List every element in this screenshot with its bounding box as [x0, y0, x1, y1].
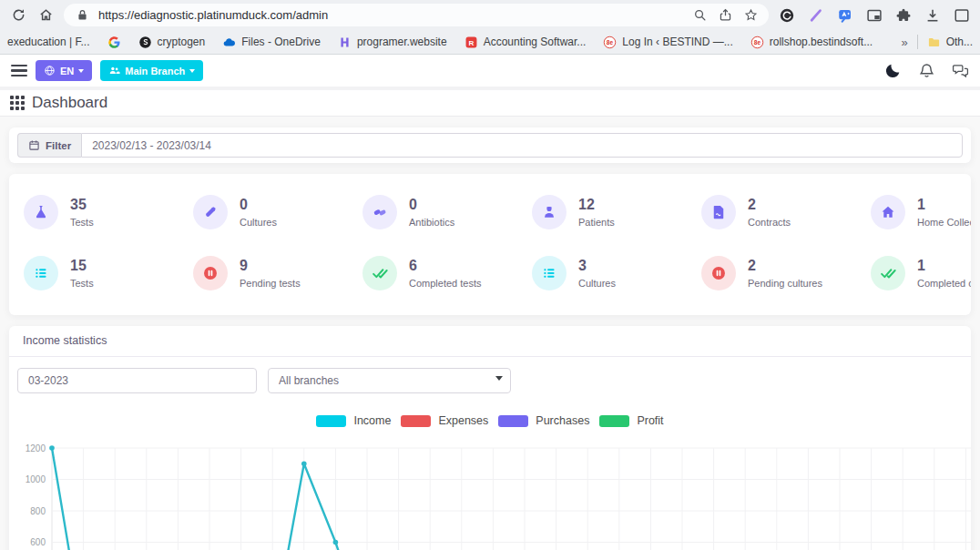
- bookmark-star-icon[interactable]: [741, 6, 760, 25]
- y-axis-tick-label: 1000: [26, 474, 46, 484]
- purple-h-favicon: [338, 36, 352, 49]
- stat-value: 1: [917, 258, 971, 274]
- legend-item[interactable]: Profit: [599, 414, 663, 427]
- stat-value: 0: [240, 197, 277, 213]
- users-icon: [108, 65, 120, 76]
- bookmark-item[interactable]: 8eLog In ‹ BESTIND —...: [603, 36, 732, 49]
- google-favicon: [107, 36, 121, 49]
- bookmark-item[interactable]: Files - OneDrive: [222, 36, 321, 49]
- legend-item[interactable]: Expenses: [401, 414, 488, 427]
- patient-icon: [532, 195, 567, 229]
- blue-extension-icon[interactable]: [836, 6, 854, 25]
- y-axis-tick-label: 1200: [26, 443, 46, 453]
- check-double-icon: [871, 256, 905, 290]
- svg-text:8e: 8e: [607, 39, 614, 46]
- bookmark-label: Accounting Softwar...: [484, 36, 587, 48]
- stat-label: Pending cultures: [748, 278, 822, 289]
- legend-item[interactable]: Income: [316, 414, 391, 427]
- legend-item[interactable]: Purchases: [498, 414, 589, 427]
- stat-item: 1Completed cultures: [871, 256, 971, 290]
- menu-hamburger-icon[interactable]: [11, 65, 27, 77]
- stat-item: 0Antibiotics: [362, 195, 532, 229]
- svg-text:R: R: [468, 38, 474, 46]
- y-axis-tick-label: 800: [30, 506, 46, 516]
- data-point-dot: [333, 540, 339, 545]
- bookmarks-overflow-chevron[interactable]: »: [901, 36, 907, 49]
- stat-value: 12: [578, 197, 615, 213]
- chat-icon[interactable]: [951, 62, 969, 80]
- pause-icon: [193, 256, 228, 290]
- income-line-chart: 12001000800600400: [9, 431, 971, 550]
- picture-in-picture-icon[interactable]: [865, 6, 883, 25]
- dark-mode-moon-icon[interactable]: [883, 62, 902, 80]
- onedrive-cloud-favicon: [222, 36, 236, 49]
- bookmark-item[interactable]: cryptogen: [138, 36, 206, 49]
- stat-item: 0Cultures: [193, 195, 362, 229]
- bookmark-item[interactable]: programer.website: [338, 36, 447, 49]
- notifications-bell-icon[interactable]: [917, 62, 935, 80]
- legend-label: Expenses: [438, 414, 488, 427]
- stat-label: Tests: [70, 217, 94, 228]
- legend-swatch: [316, 415, 346, 427]
- bookmark-label: exeducation | F...: [7, 36, 90, 48]
- zoom-icon[interactable]: [690, 6, 709, 25]
- date-range-input[interactable]: [81, 133, 963, 158]
- vial-icon: [193, 195, 228, 229]
- pause-icon: [701, 256, 736, 290]
- bookmark-label: Files - OneDrive: [241, 36, 321, 48]
- stat-item: 15Tests: [24, 256, 193, 290]
- extensions-puzzle-icon[interactable]: [894, 6, 913, 25]
- bookmark-item[interactable]: exeducation | F...: [7, 36, 90, 48]
- globe-icon: [44, 65, 56, 76]
- list-icon: [24, 256, 58, 290]
- stat-label: Antibiotics: [409, 217, 454, 228]
- page-title: Dashboard: [32, 94, 107, 112]
- stat-value: 9: [240, 258, 301, 274]
- bookmarks-bar: exeducation | F...cryptogenFiles - OneDr…: [0, 30, 980, 55]
- bookmark-label: programer.website: [357, 36, 447, 48]
- stat-item: 1Home Collection: [871, 195, 971, 229]
- stat-item: 9Pending tests: [193, 256, 362, 290]
- browser-home-icon[interactable]: [36, 6, 55, 25]
- stat-value: 6: [409, 258, 481, 274]
- stat-value: 3: [578, 258, 616, 274]
- stat-label: Cultures: [240, 217, 277, 228]
- bookmark-item[interactable]: RAccounting Softwar...: [464, 36, 587, 49]
- reload-icon[interactable]: [9, 6, 27, 25]
- share-icon[interactable]: [716, 6, 734, 25]
- downloads-icon[interactable]: [924, 6, 942, 25]
- url-text[interactable]: https://ediagnostic.platinumduck.com/adm…: [98, 8, 683, 22]
- language-button[interactable]: EN: [36, 60, 92, 81]
- calendar-icon: [28, 139, 40, 151]
- legend-label: Income: [353, 414, 391, 427]
- bookmark-item[interactable]: 8erollshop.bestindsoft...: [750, 36, 873, 49]
- month-input[interactable]: [17, 368, 257, 393]
- other-bookmarks-folder[interactable]: Oth...: [927, 36, 973, 49]
- income-chart: 12001000800600400: [9, 431, 971, 550]
- chart-legend: IncomeExpensesPurchasesProfit: [9, 414, 971, 427]
- branch-button[interactable]: Main Branch: [100, 60, 203, 81]
- profile-square-icon[interactable]: [953, 6, 971, 25]
- page-header: Dashboard: [0, 90, 980, 117]
- filter-card: Filter: [9, 127, 971, 163]
- stat-value: 0: [409, 197, 454, 213]
- data-point-dot: [49, 445, 55, 451]
- flask-icon: [24, 195, 58, 229]
- url-bar[interactable]: https://ediagnostic.platinumduck.com/adm…: [64, 4, 769, 26]
- stat-label: Home Collection: [917, 217, 971, 228]
- extension-icons: [778, 6, 971, 25]
- lock-icon[interactable]: [73, 6, 91, 25]
- stat-value: 35: [70, 197, 94, 213]
- bookmark-item[interactable]: [107, 36, 121, 49]
- red-r-favicon: R: [464, 36, 478, 49]
- swirl-extension-icon[interactable]: [778, 6, 796, 25]
- capsules-icon: [362, 195, 397, 229]
- list-icon: [532, 256, 567, 290]
- stat-item: 6Completed tests: [362, 256, 532, 290]
- pen-extension-icon[interactable]: [807, 6, 825, 25]
- legend-swatch: [599, 415, 629, 427]
- branch-select[interactable]: All branches: [268, 368, 511, 393]
- stat-value: 2: [748, 197, 791, 213]
- app-navbar: EN Main Branch: [0, 55, 980, 87]
- stat-label: Completed tests: [409, 278, 481, 289]
